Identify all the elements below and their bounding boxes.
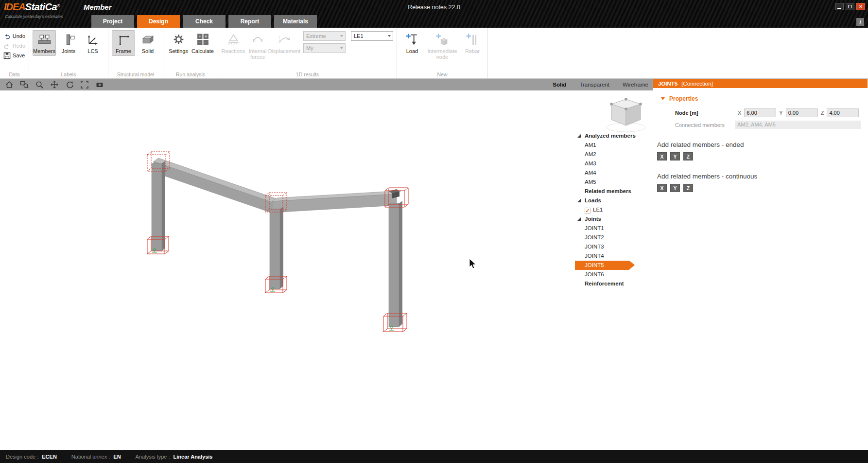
properties-section-title: Properties — [669, 95, 698, 102]
node-y-input[interactable] — [786, 108, 818, 117]
new-intermediate-node-button: Intermediate node — [425, 30, 460, 62]
node-x-input[interactable] — [744, 108, 776, 117]
tab-report[interactable]: Report — [228, 15, 271, 28]
mouse-cursor — [469, 259, 476, 268]
tree-group-analyzed-members[interactable]: Analyzed members — [575, 131, 653, 141]
new-intermediate-node-label: Intermediate node — [426, 48, 459, 60]
tree-item-joint3[interactable]: JOINT3 — [575, 242, 653, 251]
logo-registered-mark: ® — [57, 3, 60, 8]
svg-text:−: − — [198, 40, 201, 45]
tab-project[interactable]: Project — [91, 15, 134, 28]
add-ended-y-button[interactable]: Y — [670, 152, 680, 160]
viewport-canvas-3d[interactable]: Analyzed members AM1 AM2 AM3 AM4 AM5 Rel… — [0, 90, 653, 450]
zoom-button[interactable] — [35, 80, 44, 89]
navigation-cube[interactable] — [607, 98, 645, 132]
member-column-right[interactable] — [389, 201, 402, 327]
home-view-button[interactable] — [4, 80, 14, 89]
tree-group-joints[interactable]: Joints — [575, 214, 653, 224]
tab-materials[interactable]: Materials — [274, 15, 317, 28]
tree-label: Reinforcement — [585, 281, 624, 286]
new-rebar-label: Rebar — [465, 48, 480, 54]
expander-icon[interactable] — [577, 199, 581, 202]
reactions-icon — [227, 33, 240, 46]
pan-button[interactable] — [50, 80, 59, 89]
add-continuous-z-button[interactable]: Z — [683, 184, 693, 192]
tree-item-am4[interactable]: AM4 — [575, 168, 653, 178]
tree-item-am5[interactable]: AM5 — [575, 178, 653, 187]
reactions-label: Reactions — [222, 48, 245, 54]
undo-button[interactable]: Undo — [3, 31, 25, 41]
add-load-icon — [406, 33, 419, 46]
tree-label: JOINT6 — [585, 271, 604, 277]
rotate-button[interactable] — [65, 80, 74, 89]
checkbox-checked-icon[interactable]: ✓ — [585, 208, 590, 214]
frame-view-button[interactable]: Frame — [112, 30, 135, 56]
info-button[interactable]: i — [856, 18, 864, 26]
tree-group-loads[interactable]: Loads — [575, 196, 653, 205]
frame-label: Frame — [116, 48, 131, 54]
add-ended-z-button[interactable]: Z — [683, 152, 693, 160]
solid-view-button[interactable]: Solid — [136, 30, 159, 56]
tree-item-joint4[interactable]: JOINT4 — [575, 251, 653, 261]
expander-icon[interactable] — [577, 134, 581, 138]
structure-3d-scene[interactable] — [0, 90, 653, 450]
view-mode-solid[interactable]: Solid — [553, 82, 566, 88]
members-toggle-button[interactable]: Members — [33, 30, 56, 56]
tab-design[interactable]: Design — [137, 15, 180, 28]
lcs-toggle-button[interactable]: LCS — [81, 30, 104, 56]
screenshot-button[interactable] — [95, 80, 104, 89]
members-icon — [38, 34, 51, 46]
tree-label: JOINT5 — [585, 262, 604, 268]
camera-icon — [95, 80, 104, 89]
tree-item-le1[interactable]: ✓LE1 — [575, 205, 653, 214]
ribbon-group-1d-results: Reactions Internal forces Displacement E… — [218, 28, 397, 78]
group-caption-data: Data — [0, 71, 29, 77]
minimize-button[interactable] — [835, 3, 844, 10]
properties-section-header[interactable]: Properties — [661, 95, 868, 102]
zoom-window-button[interactable] — [19, 80, 29, 89]
group-caption-run-analysis: Run analysis — [163, 71, 218, 77]
expander-icon[interactable] — [577, 217, 581, 221]
tree-item-joint6[interactable]: JOINT6 — [575, 270, 653, 279]
window-controls: × — [835, 3, 865, 10]
connected-members-label: Connected members — [675, 122, 735, 128]
node-z-input[interactable] — [827, 108, 859, 117]
member-beam-left[interactable] — [154, 158, 280, 214]
member-column-middle[interactable] — [270, 207, 283, 289]
calculate-button[interactable]: +×−= Calculate — [191, 30, 214, 56]
tree-item-am1[interactable]: AM1 — [575, 141, 653, 150]
add-ended-x-button[interactable]: X — [657, 152, 667, 160]
load-case-dropdown[interactable]: LE1 — [351, 31, 393, 41]
joints-toggle-button[interactable]: Joints — [57, 30, 80, 56]
save-button[interactable]: Save — [3, 51, 25, 60]
add-continuous-y-button[interactable]: Y — [670, 184, 680, 192]
logo-statica: StatiCa — [25, 1, 57, 12]
tree-label: AM5 — [585, 179, 596, 185]
close-button[interactable]: × — [856, 3, 865, 10]
new-rebar-button: Rebar — [461, 30, 484, 56]
member-column-left[interactable] — [152, 161, 165, 251]
tree-item-joint5-selected[interactable]: JOINT5 — [575, 261, 629, 270]
connected-members-row: Connected members AM2, AM4, AM5 — [675, 121, 861, 129]
maximize-button[interactable] — [846, 3, 854, 10]
design-code-value: ECEN — [42, 454, 57, 460]
settings-button[interactable]: Settings — [167, 30, 190, 56]
add-continuous-x-button[interactable]: X — [657, 184, 667, 192]
tree-item-am2[interactable]: AM2 — [575, 150, 653, 159]
zoom-fit-button[interactable] — [80, 80, 89, 89]
viewport-region: Solid Transparent Wireframe — [0, 79, 653, 450]
tree-label: AM1 — [585, 142, 596, 148]
member-beam-right[interactable] — [272, 191, 401, 213]
tree-group-reinforcement[interactable]: Reinforcement — [575, 279, 653, 288]
tree-label: Joints — [585, 216, 601, 222]
tree-item-joint1[interactable]: JOINT1 — [575, 224, 653, 233]
x-axis-label: X — [738, 110, 741, 116]
properties-panel-header: JOINT5 [Connection] — [653, 79, 868, 88]
tree-item-am3[interactable]: AM3 — [575, 159, 653, 168]
view-mode-transparent[interactable]: Transparent — [579, 82, 609, 88]
tab-check[interactable]: Check — [183, 15, 226, 28]
tree-group-related-members[interactable]: Related members — [575, 187, 653, 196]
new-load-button[interactable]: Load — [400, 30, 424, 56]
view-mode-wireframe[interactable]: Wireframe — [623, 82, 648, 88]
tree-item-joint2[interactable]: JOINT2 — [575, 233, 653, 242]
